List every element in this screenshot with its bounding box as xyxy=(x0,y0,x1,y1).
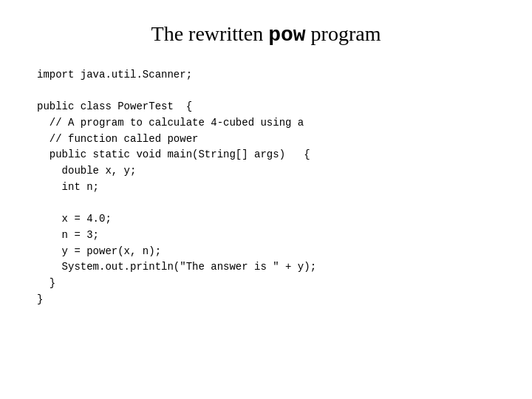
page-title: The rewritten pow program xyxy=(37,22,495,47)
code-block: import java.util.Scanner; public class P… xyxy=(37,67,495,307)
title-area: The rewritten pow program xyxy=(37,22,495,47)
page-container: The rewritten pow program import java.ut… xyxy=(0,0,532,399)
title-prefix: The rewritten xyxy=(151,22,269,45)
title-suffix: program xyxy=(306,22,381,45)
title-keyword: pow xyxy=(268,24,305,47)
